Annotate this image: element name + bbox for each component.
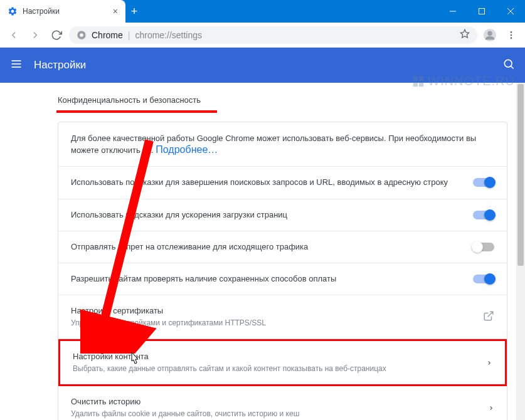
row-label: Разрешить сайтам проверять наличие сохра… [71,273,463,285]
url-path: chrome://settings [135,30,202,40]
svg-line-16 [511,66,514,69]
content-settings-row[interactable]: Настройки контента Выбрать, какие данные… [58,339,507,386]
toggle-payment[interactable] [473,275,494,283]
row-label: Использовать подсказки для завершения по… [71,177,463,188]
external-link-icon [483,310,494,324]
payment-check-row: Разрешить сайтам проверять наличие сохра… [58,263,507,295]
maximize-button[interactable] [467,0,496,23]
minimize-button[interactable] [438,0,467,23]
reload-button[interactable] [48,26,65,44]
preload-row: Использовать подсказки для ускорения заг… [58,199,507,231]
settings-title: Настройки [34,59,86,71]
certificates-row[interactable]: Настроить сертификаты Управление настрой… [58,295,507,339]
close-tab-icon[interactable]: × [113,6,118,16]
svg-rect-1 [479,9,485,14]
back-button[interactable] [5,26,23,44]
toggle-dnt[interactable] [473,243,494,251]
bookmark-star-icon[interactable] [460,29,470,41]
toggle-suggestions[interactable] [473,178,494,187]
new-tab-button[interactable]: + [125,0,143,23]
browser-toolbar: Chrome | chrome://settings [0,23,525,48]
learn-more-link[interactable]: Подробнее… [156,144,218,155]
clear-history-row[interactable]: Очистить историю Удалить файлы cookie и … [58,386,507,420]
svg-point-11 [511,37,512,39]
chevron-right-icon [488,402,494,414]
url-prefix: Chrome [92,30,123,40]
browser-tab[interactable]: Настройки × [0,0,125,23]
svg-point-15 [504,60,512,67]
svg-point-8 [487,31,492,35]
scrollbar-thumb[interactable] [517,84,524,266]
row-title: Настройки контента [73,351,476,362]
section-title: Конфиденциальность и безопасность [58,95,525,107]
tab-title: Настройки [23,7,108,16]
gear-icon [8,6,18,16]
window-titlebar: Настройки × + [0,0,525,23]
row-label: Отправлять запрет на отслеживание для ис… [71,241,463,253]
forward-button[interactable] [26,26,44,44]
address-bar[interactable]: Chrome | chrome://settings [69,26,477,44]
svg-point-10 [511,34,512,36]
svg-rect-18 [419,76,423,80]
svg-point-5 [80,33,83,36]
hamburger-icon[interactable] [10,58,23,73]
menu-icon[interactable] [502,26,520,44]
row-subtitle: Управление настройками и сертификатами H… [71,318,473,328]
row-subtitle: Удалить файлы cookie и данные сайтов, оч… [71,409,478,419]
annotation-underline [56,110,217,113]
profile-icon[interactable] [481,26,499,44]
svg-rect-17 [413,76,418,80]
svg-marker-6 [460,29,469,38]
intro-text: Для более качественной работы Google Chr… [71,134,476,155]
privacy-card: Для более качественной работы Google Chr… [58,122,507,420]
row-title: Очистить историю [71,396,478,407]
row-subtitle: Выбрать, какие данные отправлять сайтам … [73,364,476,374]
svg-line-21 [488,312,493,317]
toggle-preload[interactable] [473,211,494,219]
row-label: Использовать подсказки для ускорения заг… [71,209,463,221]
row-title: Настроить сертификаты [71,305,473,317]
settings-content: Конфиденциальность и безопасность Для бо… [0,83,525,420]
window-controls [438,0,525,23]
chrome-icon [77,30,87,40]
intro-row: Для более качественной работы Google Chr… [58,122,507,167]
search-icon[interactable] [502,58,515,73]
do-not-track-row: Отправлять запрет на отслеживание для ис… [58,231,507,263]
svg-point-9 [511,31,512,33]
close-window-button[interactable] [496,0,525,23]
chevron-right-icon [486,357,492,369]
suggestions-row: Использовать подсказки для завершения по… [58,167,507,199]
